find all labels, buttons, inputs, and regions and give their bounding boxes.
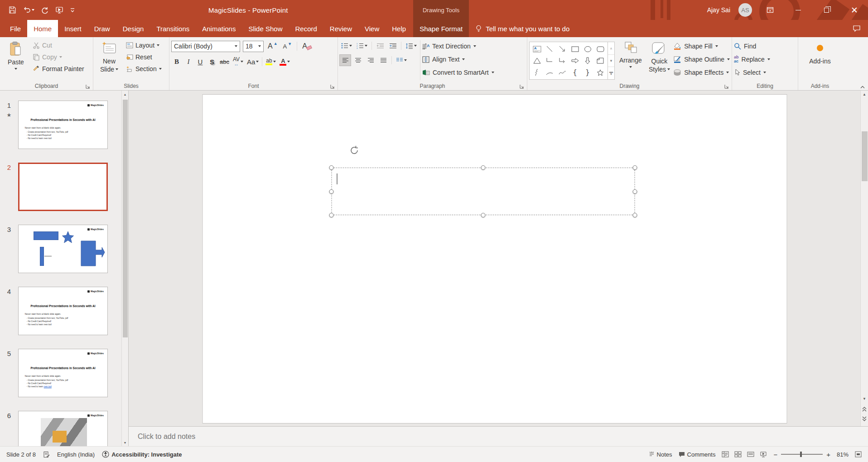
shape-effects-button[interactable]: Shape Effects [673,67,730,78]
columns-dropdown-icon[interactable] [404,59,407,61]
slide-thumbnail-2-selected[interactable] [18,163,108,211]
rectangle-shape-icon[interactable] [569,43,581,55]
numbering-button[interactable]: 123 [355,40,369,51]
paragraph-dialog-launcher-icon[interactable] [520,84,524,89]
undo-button[interactable] [21,5,36,15]
slide-thumbnail-1[interactable]: MagicSlides Professional Presentations i… [18,101,108,149]
start-from-beginning-icon[interactable] [53,5,65,15]
align-text-button[interactable]: Align Text [422,53,494,65]
character-spacing-button[interactable]: AV↔ [231,56,245,67]
format-painter-button[interactable]: Format Painter [31,63,86,74]
close-button[interactable]: ✕ [844,2,864,18]
resize-handle-sw[interactable] [329,213,333,217]
arrow-shape-icon[interactable] [556,43,569,55]
line-spacing-button[interactable] [404,40,418,51]
slide-sorter-view-button[interactable] [734,451,742,457]
thumbnail-scroll-up-icon[interactable]: ▲ [122,91,128,98]
minimize-button[interactable] [788,2,808,18]
language-button[interactable]: English (India) [57,451,95,458]
arc-shape-icon[interactable] [543,67,556,78]
bullets-dropdown-icon[interactable] [349,45,352,47]
copy-button[interactable]: Copy [31,51,86,63]
italic-button[interactable]: I [183,56,194,67]
slide-thumbnail-5[interactable]: MagicSlides Professional Presentations i… [18,349,108,397]
align-left-button[interactable] [340,55,351,66]
quick-styles-dropdown-icon[interactable] [667,68,670,70]
resize-handle-w[interactable] [329,189,333,194]
resize-handle-s[interactable] [481,213,485,217]
scribble-shape-icon[interactable] [530,67,543,78]
shape-gallery-up-icon[interactable]: ▲ [608,42,614,55]
replace-button[interactable]: ab ac Replace [734,53,770,65]
zoom-slider[interactable] [781,454,823,455]
clear-formatting-button[interactable]: A [301,41,313,52]
reset-button[interactable]: Reset [124,51,164,63]
shape-fill-button[interactable]: Shape Fill [673,40,730,52]
layout-button[interactable]: Layout [124,39,164,51]
resize-handle-e[interactable] [632,189,637,194]
tab-insert[interactable]: Insert [58,20,88,37]
increase-indent-button[interactable] [387,40,398,51]
right-brace-shape-icon[interactable]: } [581,67,594,78]
zoom-slider-thumb[interactable] [800,452,802,457]
resize-handle-se[interactable] [632,213,637,217]
thumbnail-scrollbar[interactable]: ▲ ▼ [121,91,128,446]
tab-file[interactable]: File [4,20,27,37]
font-size-select[interactable]: 18 [243,41,264,52]
slide-thumbnail-4[interactable]: MagicSlides Professional Presentations i… [18,287,108,335]
tab-slide-show[interactable]: Slide Show [242,20,289,37]
paste-dropdown-icon[interactable] [14,68,17,70]
elbow-arrow-connector-icon[interactable] [556,55,569,67]
shape-outline-button[interactable]: Shape Outline [673,53,730,65]
ribbon-display-options-icon[interactable] [760,2,780,18]
select-button[interactable]: Select [734,67,770,78]
thumbnail-scroll-thumb[interactable] [123,100,128,337]
tab-home[interactable]: Home [27,20,58,37]
resize-handle-nw[interactable] [329,165,333,170]
comments-bubble-icon[interactable] [853,20,868,37]
convert-to-smartart-button[interactable]: Convert to SmartArt [422,67,494,78]
paste-button[interactable]: Paste [2,38,30,82]
elbow-connector-icon[interactable] [543,55,556,67]
align-right-button[interactable] [365,55,376,66]
layout-dropdown-icon[interactable] [157,44,159,46]
addins-button[interactable]: Add-ins [806,38,834,82]
right-arrow-shape-icon[interactable] [569,55,581,67]
font-color-button[interactable]: A [278,56,291,67]
numbering-dropdown-icon[interactable] [365,45,367,47]
thumbnail-scroll-down-icon[interactable]: ▼ [122,439,128,446]
shape-gallery-scrollbar[interactable]: ▲ ▼ ▬▼ [608,42,615,80]
canvas-scroll-up-icon[interactable]: ▲ [861,91,868,98]
down-arrow-shape-icon[interactable] [581,55,594,67]
highlight-color-button[interactable]: ab [264,56,277,67]
font-name-select[interactable]: Calibri (Body) [171,41,240,52]
bullets-button[interactable] [340,40,353,51]
tab-draw[interactable]: Draw [88,20,116,37]
strikethrough-button[interactable]: abc [218,56,231,67]
columns-button[interactable] [395,55,408,66]
canvas-scroll-thumb[interactable] [862,131,868,181]
slide-canvas[interactable] [202,94,787,424]
tab-record[interactable]: Record [289,20,323,37]
zoom-out-button[interactable]: − [773,451,777,458]
new-slide-button[interactable]: New Slide [95,38,123,82]
highlight-dropdown-icon[interactable] [273,61,276,63]
smartart-dropdown-icon[interactable] [492,72,494,73]
increase-font-size-button[interactable]: A▲ [266,41,279,52]
reading-view-button[interactable] [747,451,754,457]
tell-me-box[interactable]: Tell me what you want to do [469,20,576,37]
spell-check-button[interactable] [43,451,50,458]
tab-transitions[interactable]: Transitions [150,20,196,37]
find-button[interactable]: Find [734,40,770,52]
cut-button[interactable]: Cut [31,39,86,51]
slide-show-view-button[interactable] [760,451,767,457]
undo-dropdown-icon[interactable] [32,9,34,11]
star-shape-icon[interactable] [594,67,607,78]
arrange-button[interactable]: Arrange [616,38,646,82]
underline-button[interactable]: U [195,56,206,67]
tab-help[interactable]: Help [386,20,412,37]
curve-shape-icon[interactable] [556,67,569,78]
oval-shape-icon[interactable] [581,43,594,55]
decrease-indent-button[interactable] [375,40,386,51]
text-box-shape-icon[interactable]: A [530,43,543,55]
